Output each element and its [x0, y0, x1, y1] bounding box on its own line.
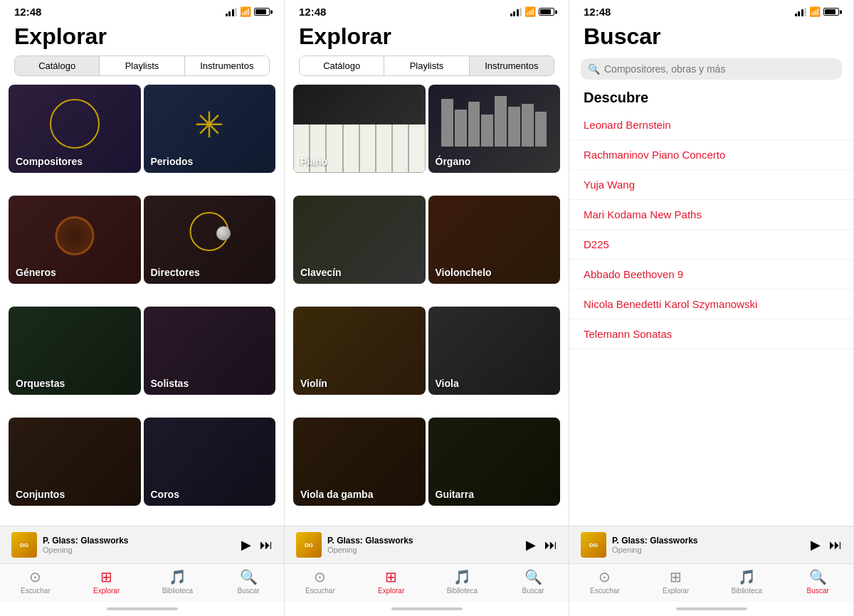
tab-catalogo-2[interactable]: Catálogo — [300, 56, 384, 75]
search-bar[interactable]: 🔍 — [581, 58, 842, 80]
tile-violin[interactable]: Violín — [293, 307, 426, 395]
tile-periodos[interactable]: ✳ Periodos — [144, 85, 276, 173]
nav-buscar-1[interactable]: 🔍 Buscar — [213, 568, 284, 595]
tile-label-guitarra: Guitarra — [436, 489, 474, 500]
tile-piano[interactable]: Piano — [293, 85, 426, 173]
tile-label-conjuntos: Conjuntos — [16, 489, 65, 500]
nav-escuchar-2[interactable]: ⊙ Escuchar — [285, 568, 356, 595]
tile-guitarra[interactable]: Guitarra — [428, 418, 561, 506]
search-input[interactable] — [604, 63, 835, 75]
now-playing-info-2: P. Glass: Glassworks Opening — [327, 536, 520, 554]
page-title-2: Explorar — [285, 21, 569, 55]
segment-control-2: Catálogo Playlists Instrumentos — [299, 55, 554, 76]
battery-icon-2 — [539, 8, 554, 16]
tile-label-periodos: Periodos — [151, 156, 194, 167]
listen-icon-2: ⊙ — [314, 568, 326, 585]
tile-clavecin[interactable]: Clavecín — [293, 196, 426, 284]
result-mari[interactable]: Mari Kodama New Paths — [569, 200, 853, 230]
now-playing-title-2: P. Glass: Glassworks — [327, 536, 520, 546]
tile-solistas[interactable]: Solistas — [144, 307, 276, 395]
nav-buscar-3[interactable]: 🔍 Buscar — [782, 568, 853, 595]
tile-violagamba[interactable]: Viola da gamba — [293, 418, 426, 506]
tile-label-compositores: Compositores — [16, 156, 83, 167]
tab-playlists-2[interactable]: Playlists — [384, 56, 469, 75]
home-indicator-1 — [0, 602, 284, 616]
asterisk-icon: ✳ — [194, 107, 224, 143]
now-playing-subtitle-2: Opening — [327, 546, 520, 554]
tiles-grid-2: Piano Órgano Clavecín Violonchelo Violín — [285, 85, 569, 526]
tile-label-generos: Géneros — [16, 267, 56, 278]
play-button-2[interactable]: ▶ — [526, 537, 536, 553]
tab-instrumentos-2[interactable]: Instrumentos — [470, 56, 554, 75]
status-time-2: 12:48 — [299, 6, 326, 18]
result-yuja[interactable]: Yuja Wang — [569, 170, 853, 200]
result-bernstein[interactable]: Leonard Bernstein — [569, 110, 853, 140]
status-bar-3: 12:48 📶 — [569, 0, 853, 21]
tile-label-piano: Piano — [300, 156, 327, 167]
tile-label-viola: Viola — [436, 378, 459, 389]
wifi-icon-1: 📶 — [240, 6, 251, 17]
listen-icon-1: ⊙ — [29, 568, 41, 585]
album-art-3: DG — [581, 532, 606, 558]
result-telemann[interactable]: Telemann Sonatas — [569, 319, 853, 349]
tile-orquestas[interactable]: Orquestas — [9, 307, 141, 395]
now-playing-1[interactable]: DG P. Glass: Glassworks Opening ▶ ⏭ — [0, 526, 284, 563]
result-nicola[interactable]: Nicola Benedetti Karol Szymanowski — [569, 290, 853, 319]
nav-explorar-1[interactable]: ⊞ Explorar — [71, 568, 142, 595]
battery-icon-1 — [254, 8, 270, 16]
result-rachmaninov[interactable]: Rachmaninov Piano Concerto — [569, 140, 853, 170]
now-playing-info-1: P. Glass: Glassworks Opening — [43, 536, 236, 554]
status-icons-2: 📶 — [510, 6, 555, 17]
tile-conjuntos[interactable]: Conjuntos — [9, 418, 141, 506]
tile-viola[interactable]: Viola — [428, 307, 561, 395]
now-playing-2[interactable]: DG P. Glass: Glassworks Opening ▶ ⏭ — [285, 526, 569, 563]
tile-label-violonchelo: Violonchelo — [436, 267, 492, 278]
now-playing-title-3: P. Glass: Glassworks — [612, 536, 805, 546]
skip-button-1[interactable]: ⏭ — [260, 538, 273, 553]
tile-generos[interactable]: Géneros — [9, 196, 141, 284]
library-icon-1: 🎵 — [169, 568, 186, 585]
tile-organo[interactable]: Órgano — [428, 85, 561, 173]
now-playing-title-1: P. Glass: Glassworks — [43, 536, 236, 546]
nav-label-buscar-2: Buscar — [522, 587, 544, 595]
nav-explorar-2[interactable]: ⊞ Explorar — [356, 568, 427, 595]
wifi-icon-2: 📶 — [524, 6, 536, 17]
play-button-1[interactable]: ▶ — [241, 537, 251, 553]
tab-instrumentos-1[interactable]: Instrumentos — [185, 56, 269, 75]
search-result-list: Leonard Bernstein Rachmaninov Piano Conc… — [569, 110, 853, 526]
tile-label-solistas: Solistas — [151, 378, 189, 389]
bottom-nav-2: ⊙ Escuchar ⊞ Explorar 🎵 Biblioteca 🔍 Bus… — [285, 563, 569, 602]
organ-icon — [441, 93, 547, 146]
tab-catalogo-1[interactable]: Catálogo — [15, 56, 100, 75]
nav-explorar-3[interactable]: ⊞ Explorar — [640, 568, 712, 595]
skip-button-3[interactable]: ⏭ — [829, 538, 842, 553]
tab-playlists-1[interactable]: Playlists — [100, 56, 184, 75]
tile-label-directores: Directores — [151, 267, 200, 278]
play-button-3[interactable]: ▶ — [811, 537, 821, 553]
nav-escuchar-3[interactable]: ⊙ Escuchar — [569, 568, 640, 595]
tile-violonchelo[interactable]: Violonchelo — [428, 196, 561, 284]
tile-compositores[interactable]: Compositores — [9, 85, 141, 173]
skip-button-2[interactable]: ⏭ — [544, 538, 557, 553]
search-mag-icon: 🔍 — [588, 63, 600, 75]
search-icon-3: 🔍 — [809, 568, 827, 585]
nav-buscar-2[interactable]: 🔍 Buscar — [497, 568, 569, 595]
now-playing-controls-3: ▶ ⏭ — [811, 537, 842, 553]
wifi-icon-3: 📶 — [809, 6, 821, 17]
result-abbado[interactable]: Abbado Beethoven 9 — [569, 260, 853, 290]
nav-biblioteca-2[interactable]: 🎵 Biblioteca — [427, 568, 498, 595]
page-title-3: Buscar — [569, 21, 853, 55]
result-d225[interactable]: D225 — [569, 230, 853, 260]
nav-escuchar-1[interactable]: ⊙ Escuchar — [0, 568, 71, 595]
tile-coros[interactable]: Coros — [144, 418, 276, 506]
tile-directores[interactable]: Directores — [144, 196, 276, 284]
nav-label-explorar-3: Explorar — [663, 587, 689, 595]
nav-label-biblioteca-3: Biblioteca — [732, 587, 762, 595]
nav-biblioteca-1[interactable]: 🎵 Biblioteca — [142, 568, 214, 595]
now-playing-3[interactable]: DG P. Glass: Glassworks Opening ▶ ⏭ — [569, 526, 853, 563]
nav-label-escuchar-2: Escuchar — [305, 587, 335, 595]
phone-panel-3: 12:48 📶 Buscar 🔍 Descubre Leonard Bernst… — [569, 0, 854, 616]
signal-icon-1 — [226, 8, 238, 16]
signal-icon-2 — [510, 8, 522, 16]
nav-biblioteca-3[interactable]: 🎵 Biblioteca — [712, 568, 783, 595]
